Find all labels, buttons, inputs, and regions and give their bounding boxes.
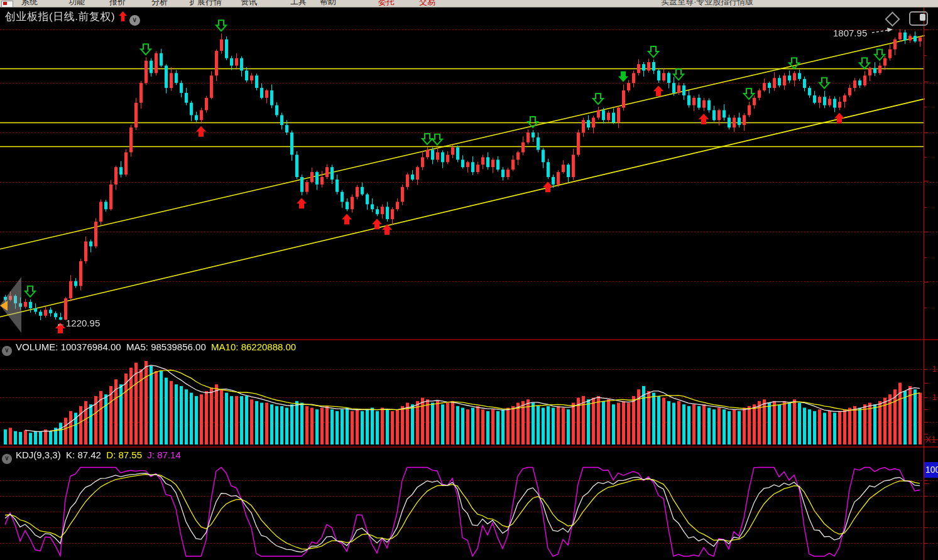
symbol-title: 创业板指(日线.前复权) bbox=[5, 11, 115, 23]
kdj-panel-header: ∨KDJ(9,3,3) K: 87.42 D: 87.55 J: 87.14 bbox=[2, 450, 181, 464]
trading-app-window: { "topbar": { "menu": ["系统","功能","报价","分… bbox=[0, 0, 938, 560]
kdj-d-value: 87.55 bbox=[118, 450, 142, 460]
menu-item-news[interactable]: 资讯 bbox=[241, 0, 257, 8]
kdj-scale-badge: 100 bbox=[924, 462, 938, 478]
volume-ma5-label: MA5: bbox=[126, 342, 148, 352]
trend-up-arrow-icon bbox=[119, 11, 127, 21]
main-chart-canvas[interactable] bbox=[0, 0, 938, 560]
kdj-k-label: K: bbox=[66, 450, 75, 460]
split-window-icon[interactable] bbox=[909, 11, 928, 26]
chart-title-row: 创业板指(日线.前复权)∨ bbox=[5, 9, 140, 26]
volume-ma5-value: 98539856.00 bbox=[151, 342, 206, 352]
last-price-label: 1807.95 bbox=[833, 28, 867, 38]
menu-item-analysis[interactable]: 分析 bbox=[151, 0, 168, 8]
top-menu-bar: 系统 功能 报价 分析 扩展行情 资讯 工具 帮助 委托 交易 实盘至尊·专业股… bbox=[0, 0, 938, 8]
volume-label: VOLUME: bbox=[16, 342, 58, 352]
volume-ma10-label: MA10: bbox=[211, 342, 238, 352]
kdj-collapse-icon[interactable]: ∨ bbox=[2, 454, 12, 464]
volume-axis-label-mid: 1 bbox=[932, 392, 937, 402]
volume-collapse-icon[interactable]: ∨ bbox=[2, 346, 12, 356]
app-logo-icon[interactable] bbox=[1, 1, 13, 8]
broker-slogan-text: 实盘至尊·专业股指行情版 bbox=[661, 0, 753, 8]
left-arrow-icon: ← bbox=[56, 318, 65, 328]
kdj-j-value: 87.14 bbox=[157, 450, 181, 460]
kdj-d-label: D: bbox=[106, 450, 116, 460]
kdj-k-value: 87.42 bbox=[77, 450, 101, 460]
menu-item-trade[interactable]: 交易 bbox=[419, 0, 435, 8]
volume-axis-label-top: 1 bbox=[932, 364, 937, 374]
menu-item-extended-quote[interactable]: 扩展行情 bbox=[189, 0, 222, 8]
kdj-label: KDJ(9,3,3) bbox=[16, 450, 61, 460]
low-price-label: ←1220.95 bbox=[56, 318, 100, 328]
volume-scale-multiplier: X1 bbox=[925, 434, 936, 444]
menu-item-tools[interactable]: 工具 bbox=[290, 0, 307, 8]
kdj-j-label: J: bbox=[147, 450, 155, 460]
volume-value: 100376984.00 bbox=[61, 342, 121, 352]
volume-panel-header: ∨VOLUME: 100376984.00 MA5: 98539856.00 M… bbox=[2, 342, 296, 356]
menu-item-help[interactable]: 帮助 bbox=[320, 0, 336, 8]
volume-ma10-value: 86220888.00 bbox=[241, 342, 297, 352]
collapse-chevron-icon[interactable]: ∨ bbox=[129, 15, 140, 26]
menu-item-function[interactable]: 功能 bbox=[68, 0, 85, 8]
menu-item-quote[interactable]: 报价 bbox=[109, 0, 126, 8]
low-price-value: 1220.95 bbox=[66, 318, 100, 328]
menu-item-order[interactable]: 委托 bbox=[378, 0, 395, 8]
menu-item-system[interactable]: 系统 bbox=[21, 0, 38, 8]
